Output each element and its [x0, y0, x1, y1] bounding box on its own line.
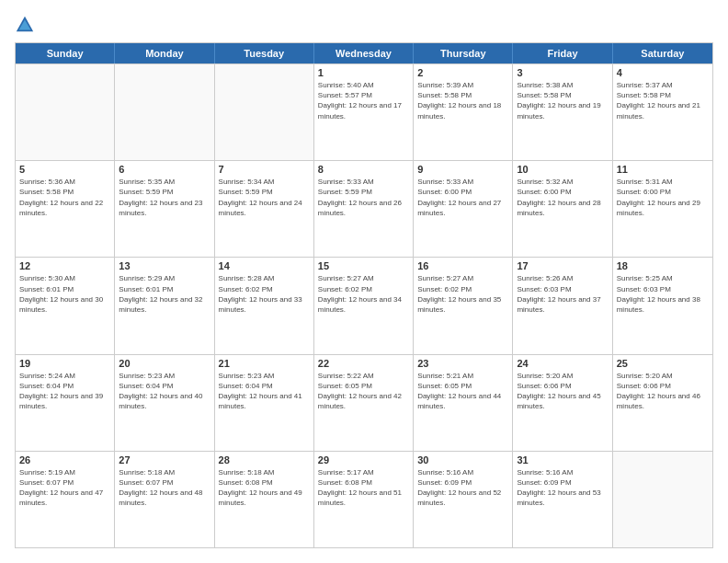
calendar-week-4: 19Sunrise: 5:24 AM Sunset: 6:04 PM Dayli…: [16, 354, 712, 451]
header: [15, 15, 713, 35]
cell-info: Sunrise: 5:16 AM Sunset: 6:09 PM Dayligh…: [417, 467, 508, 509]
cell-date: 4: [617, 67, 709, 78]
cell-date: 25: [617, 358, 709, 369]
calendar-cell: 10Sunrise: 5:32 AM Sunset: 6:00 PM Dayli…: [513, 161, 612, 257]
cell-date: 9: [417, 164, 508, 175]
cell-date: 2: [417, 67, 508, 78]
cell-info: Sunrise: 5:29 AM Sunset: 6:01 PM Dayligh…: [119, 273, 210, 315]
cell-info: Sunrise: 5:20 AM Sunset: 6:06 PM Dayligh…: [517, 371, 608, 412]
calendar-cell: 13Sunrise: 5:29 AM Sunset: 6:01 PM Dayli…: [115, 258, 214, 353]
cell-info: Sunrise: 5:18 AM Sunset: 6:07 PM Dayligh…: [119, 467, 210, 509]
cell-date: 24: [517, 358, 608, 369]
day-header-tuesday: Tuesday: [215, 43, 314, 63]
cell-info: Sunrise: 5:27 AM Sunset: 6:02 PM Dayligh…: [417, 273, 508, 315]
cell-date: 26: [19, 454, 110, 465]
cell-date: 3: [517, 67, 608, 78]
cell-date: 15: [318, 260, 409, 271]
day-header-monday: Monday: [115, 43, 214, 63]
calendar-cell: 7Sunrise: 5:34 AM Sunset: 5:59 PM Daylig…: [215, 161, 314, 257]
cell-info: Sunrise: 5:33 AM Sunset: 6:00 PM Dayligh…: [417, 177, 508, 218]
cell-info: Sunrise: 5:35 AM Sunset: 5:59 PM Dayligh…: [119, 177, 210, 218]
cell-date: 16: [417, 260, 508, 271]
calendar-cell: 24Sunrise: 5:20 AM Sunset: 6:06 PM Dayli…: [513, 355, 612, 451]
cell-info: Sunrise: 5:23 AM Sunset: 6:04 PM Dayligh…: [119, 371, 210, 412]
calendar-cell: [115, 64, 214, 160]
calendar-week-2: 5Sunrise: 5:36 AM Sunset: 5:58 PM Daylig…: [16, 160, 712, 257]
cell-info: Sunrise: 5:30 AM Sunset: 6:01 PM Dayligh…: [19, 273, 110, 315]
calendar-cell: 28Sunrise: 5:18 AM Sunset: 6:08 PM Dayli…: [215, 452, 314, 547]
cell-info: Sunrise: 5:24 AM Sunset: 6:04 PM Dayligh…: [19, 371, 110, 412]
cell-date: 22: [318, 358, 409, 369]
calendar-body: 1Sunrise: 5:40 AM Sunset: 5:57 PM Daylig…: [16, 63, 712, 547]
calendar-cell: 29Sunrise: 5:17 AM Sunset: 6:08 PM Dayli…: [314, 452, 414, 547]
cell-info: Sunrise: 5:19 AM Sunset: 6:07 PM Dayligh…: [19, 467, 110, 509]
cell-info: Sunrise: 5:37 AM Sunset: 5:58 PM Dayligh…: [617, 80, 709, 121]
cell-date: 17: [517, 260, 608, 271]
calendar-cell: [16, 64, 115, 160]
cell-date: 13: [119, 260, 210, 271]
calendar-week-1: 1Sunrise: 5:40 AM Sunset: 5:57 PM Daylig…: [16, 63, 712, 160]
cell-info: Sunrise: 5:20 AM Sunset: 6:06 PM Dayligh…: [617, 371, 709, 412]
calendar-cell: [215, 64, 314, 160]
calendar-week-5: 26Sunrise: 5:19 AM Sunset: 6:07 PM Dayli…: [16, 451, 712, 547]
calendar-cell: 21Sunrise: 5:23 AM Sunset: 6:04 PM Dayli…: [215, 355, 314, 451]
cell-date: 8: [318, 164, 409, 175]
calendar-cell: 30Sunrise: 5:16 AM Sunset: 6:09 PM Dayli…: [414, 452, 513, 547]
cell-info: Sunrise: 5:17 AM Sunset: 6:08 PM Dayligh…: [318, 467, 409, 509]
calendar-cell: 14Sunrise: 5:28 AM Sunset: 6:02 PM Dayli…: [215, 258, 314, 353]
cell-date: 29: [318, 454, 409, 465]
day-header-saturday: Saturday: [613, 43, 712, 63]
cell-date: 12: [19, 260, 110, 271]
calendar-cell: 27Sunrise: 5:18 AM Sunset: 6:07 PM Dayli…: [115, 452, 214, 547]
calendar-cell: 9Sunrise: 5:33 AM Sunset: 6:00 PM Daylig…: [414, 161, 513, 257]
cell-info: Sunrise: 5:16 AM Sunset: 6:09 PM Dayligh…: [517, 467, 608, 509]
cell-info: Sunrise: 5:25 AM Sunset: 6:03 PM Dayligh…: [617, 273, 709, 315]
cell-date: 31: [517, 454, 608, 465]
cell-info: Sunrise: 5:21 AM Sunset: 6:05 PM Dayligh…: [417, 371, 508, 412]
cell-info: Sunrise: 5:32 AM Sunset: 6:00 PM Dayligh…: [517, 177, 608, 218]
calendar-cell: 31Sunrise: 5:16 AM Sunset: 6:09 PM Dayli…: [513, 452, 612, 547]
calendar-cell: 1Sunrise: 5:40 AM Sunset: 5:57 PM Daylig…: [314, 64, 414, 160]
cell-info: Sunrise: 5:36 AM Sunset: 5:58 PM Dayligh…: [19, 177, 110, 218]
cell-date: 30: [417, 454, 508, 465]
logo-icon: [15, 15, 35, 35]
calendar-cell: 15Sunrise: 5:27 AM Sunset: 6:02 PM Dayli…: [314, 258, 414, 353]
day-header-thursday: Thursday: [414, 43, 513, 63]
calendar-cell: [613, 452, 712, 547]
calendar-cell: 26Sunrise: 5:19 AM Sunset: 6:07 PM Dayli…: [16, 452, 115, 547]
day-header-wednesday: Wednesday: [314, 43, 414, 63]
calendar-cell: 18Sunrise: 5:25 AM Sunset: 6:03 PM Dayli…: [613, 258, 712, 353]
calendar-cell: 11Sunrise: 5:31 AM Sunset: 6:00 PM Dayli…: [613, 161, 712, 257]
cell-info: Sunrise: 5:22 AM Sunset: 6:05 PM Dayligh…: [318, 371, 409, 412]
cell-date: 14: [219, 260, 310, 271]
cell-date: 10: [517, 164, 608, 175]
cell-info: Sunrise: 5:26 AM Sunset: 6:03 PM Dayligh…: [517, 273, 608, 315]
cell-date: 28: [219, 454, 310, 465]
cell-info: Sunrise: 5:31 AM Sunset: 6:00 PM Dayligh…: [617, 177, 709, 218]
cell-date: 27: [119, 454, 210, 465]
cell-info: Sunrise: 5:38 AM Sunset: 5:58 PM Dayligh…: [517, 80, 608, 121]
calendar-cell: 19Sunrise: 5:24 AM Sunset: 6:04 PM Dayli…: [16, 355, 115, 451]
cell-date: 18: [617, 260, 709, 271]
calendar-week-3: 12Sunrise: 5:30 AM Sunset: 6:01 PM Dayli…: [16, 257, 712, 353]
calendar-cell: 25Sunrise: 5:20 AM Sunset: 6:06 PM Dayli…: [613, 355, 712, 451]
cell-info: Sunrise: 5:34 AM Sunset: 5:59 PM Dayligh…: [219, 177, 310, 218]
calendar-cell: 12Sunrise: 5:30 AM Sunset: 6:01 PM Dayli…: [16, 258, 115, 353]
calendar-cell: 4Sunrise: 5:37 AM Sunset: 5:58 PM Daylig…: [613, 64, 712, 160]
calendar: SundayMondayTuesdayWednesdayThursdayFrid…: [15, 42, 713, 548]
cell-info: Sunrise: 5:33 AM Sunset: 5:59 PM Dayligh…: [318, 177, 409, 218]
cell-info: Sunrise: 5:28 AM Sunset: 6:02 PM Dayligh…: [219, 273, 310, 315]
cell-date: 23: [417, 358, 508, 369]
calendar-cell: 6Sunrise: 5:35 AM Sunset: 5:59 PM Daylig…: [115, 161, 214, 257]
calendar-cell: 20Sunrise: 5:23 AM Sunset: 6:04 PM Dayli…: [115, 355, 214, 451]
cell-info: Sunrise: 5:39 AM Sunset: 5:58 PM Dayligh…: [417, 80, 508, 121]
calendar-header-row: SundayMondayTuesdayWednesdayThursdayFrid…: [16, 43, 712, 63]
calendar-cell: 17Sunrise: 5:26 AM Sunset: 6:03 PM Dayli…: [513, 258, 612, 353]
calendar-cell: 22Sunrise: 5:22 AM Sunset: 6:05 PM Dayli…: [314, 355, 414, 451]
calendar-cell: 3Sunrise: 5:38 AM Sunset: 5:58 PM Daylig…: [513, 64, 612, 160]
calendar-cell: 5Sunrise: 5:36 AM Sunset: 5:58 PM Daylig…: [16, 161, 115, 257]
calendar-cell: 23Sunrise: 5:21 AM Sunset: 6:05 PM Dayli…: [414, 355, 513, 451]
page: SundayMondayTuesdayWednesdayThursdayFrid…: [0, 0, 728, 563]
cell-date: 20: [119, 358, 210, 369]
logo: [15, 15, 39, 35]
